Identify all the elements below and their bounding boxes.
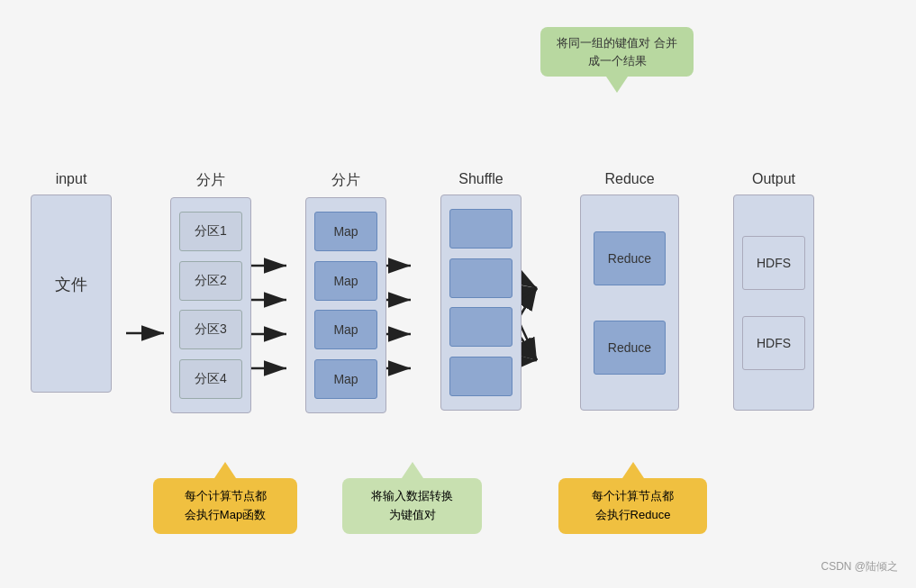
callout-top-green: 将同一组的键值对 合并成一个结果 xyxy=(540,27,694,77)
diagram-container: 将同一组的键值对 合并成一个结果 input 文件 分片 分区1 分区2 分区3… xyxy=(0,0,916,588)
partition-item: 分区3 xyxy=(179,310,242,349)
map-header: 分片 xyxy=(331,171,360,190)
map-item: Map xyxy=(314,261,377,301)
map-item: Map xyxy=(314,212,377,251)
map-column: 分片 Map Map Map Map xyxy=(301,171,391,413)
shuffle-box xyxy=(440,194,521,411)
reduce-header: Reduce xyxy=(604,171,654,187)
map-item: Map xyxy=(314,310,377,349)
reduce-box: Reduce Reduce xyxy=(580,194,679,411)
reduce-column: Reduce Reduce Reduce xyxy=(576,171,684,411)
partition1-column: 分片 分区1 分区2 分区3 分区4 xyxy=(166,171,256,413)
callout-bottom-yellow-left: 每个计算节点都会执行Map函数 xyxy=(153,478,297,534)
hdfs-item: HDFS xyxy=(742,236,805,290)
partition-item: 分区2 xyxy=(179,261,242,301)
partition1-box: 分区1 分区2 分区3 分区4 xyxy=(170,197,251,413)
callout-bottom-yellow-right-text: 每个计算节点都会执行Reduce xyxy=(592,489,674,521)
callout-bottom-yellow-right: 每个计算节点都会执行Reduce xyxy=(558,478,707,534)
input-header: input xyxy=(56,171,87,187)
input-column: input 文件 xyxy=(22,171,121,393)
reduce-item: Reduce xyxy=(594,231,666,285)
shuffle-column: Shuffle xyxy=(436,171,526,411)
shuffle-header: Shuffle xyxy=(458,171,503,187)
shuffle-item xyxy=(449,258,512,298)
hdfs-item: HDFS xyxy=(742,316,805,370)
partition-item: 分区1 xyxy=(179,212,242,251)
callout-top-green-text: 将同一组的键值对 合并成一个结果 xyxy=(557,36,677,68)
callout-bottom-green-text: 将输入数据转换为键值对 xyxy=(371,489,453,521)
map-box: Map Map Map Map xyxy=(305,197,386,413)
file-label: 文件 xyxy=(55,274,87,295)
partition-item: 分区4 xyxy=(179,359,242,399)
callout-bottom-yellow-left-text: 每个计算节点都会执行Map函数 xyxy=(185,489,267,521)
shuffle-item xyxy=(449,307,512,347)
shuffle-item xyxy=(449,209,512,249)
reduce-item: Reduce xyxy=(594,321,666,375)
callout-bottom-green: 将输入数据转换为键值对 xyxy=(342,478,482,534)
output-box: HDFS HDFS xyxy=(733,194,814,411)
output-column: Output HDFS HDFS xyxy=(729,171,819,411)
output-header: Output xyxy=(752,171,795,187)
watermark: CSDN @陆倾之 xyxy=(821,559,898,574)
map-item: Map xyxy=(314,359,377,399)
shuffle-item xyxy=(449,357,512,396)
input-box: 文件 xyxy=(31,194,112,393)
partition1-header: 分片 xyxy=(196,171,225,190)
